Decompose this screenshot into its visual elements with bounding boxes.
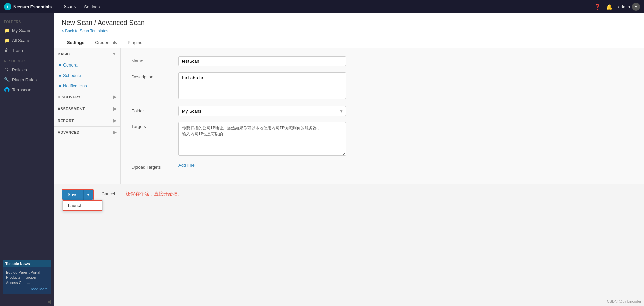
annotation-text: 还保存个啥，直接开始吧。 <box>126 189 182 197</box>
section-item-schedule[interactable]: Schedule <box>54 70 120 81</box>
resources-label: RESOURCES <box>0 55 54 64</box>
dot-icon <box>59 75 61 77</box>
folder-icon: 📁 <box>4 28 9 33</box>
folder-label: Folder <box>131 106 178 113</box>
section-advanced-header[interactable]: ADVANCED ▶ <box>54 127 120 138</box>
targets-textarea[interactable] <box>178 122 346 156</box>
form-row-description: Description <box>131 72 633 100</box>
section-assessment: ASSESSMENT ▶ <box>54 103 120 115</box>
page-title: New Scan / Advanced Scan <box>62 19 636 27</box>
form-row-upload: Upload Targets Add File <box>131 163 633 170</box>
watermark: CSDN @binbincoder <box>607 299 641 303</box>
section-basic-label: BASIC <box>58 52 70 56</box>
form-row-name: Name <box>131 56 633 66</box>
top-navigation: t Nessus Essentials Scans Settings ❓ 🔔 a… <box>0 0 644 13</box>
wrench-icon: 🔧 <box>4 77 9 82</box>
news-body: Edulog Parent Portal Products Improper A… <box>6 270 48 286</box>
sidebar-item-plugin-rules[interactable]: 🔧 Plugin Rules <box>0 75 54 85</box>
name-control <box>178 56 346 66</box>
sidebar-item-policies[interactable]: 🛡 Policies <box>0 64 54 75</box>
right-form: Name Description Folder <box>121 48 644 184</box>
content-area: New Scan / Advanced Scan < Back to Scan … <box>54 13 644 306</box>
sidebar-item-my-scans[interactable]: 📁 My Scans <box>0 25 54 35</box>
section-discovery-header[interactable]: DISCOVERY ▶ <box>54 91 120 103</box>
description-textarea[interactable] <box>178 72 346 99</box>
folder-select[interactable]: My Scans All Scans <box>178 106 346 116</box>
section-discovery-label: DISCOVERY <box>58 95 81 99</box>
item-label: Notifications <box>63 83 87 88</box>
admin-label: admin <box>618 4 630 9</box>
tab-settings[interactable]: Settings <box>62 37 90 48</box>
folder-icon: 📁 <box>4 38 9 43</box>
cancel-button[interactable]: Cancel <box>98 189 119 199</box>
news-read-more-link[interactable]: Read More <box>30 287 48 291</box>
sidebar-item-label: Terrascan <box>12 87 31 92</box>
dot-icon <box>59 64 61 66</box>
globe-icon: 🌐 <box>4 87 9 92</box>
folder-select-wrapper: My Scans All Scans ▼ <box>178 106 346 116</box>
section-assessment-header[interactable]: ASSESSMENT ▶ <box>54 103 120 115</box>
save-button[interactable]: Save <box>62 190 83 200</box>
section-item-notifications[interactable]: Notifications <box>54 81 120 91</box>
bottom-bar: Save ▼ Launch Cancel 还保存个啥，直接开始吧。 <box>54 184 644 206</box>
tab-credentials[interactable]: Credentials <box>90 37 122 48</box>
section-basic: BASIC ▼ General Schedule Notifications <box>54 48 120 91</box>
chevron-down-icon: ▼ <box>86 192 90 197</box>
admin-area[interactable]: admin A <box>618 3 640 11</box>
page-tabs: Settings Credentials Plugins <box>62 37 636 48</box>
breadcrumb-link[interactable]: < Back to Scan Templates <box>62 29 636 33</box>
form-container: BASIC ▼ General Schedule Notifications <box>54 48 644 184</box>
chevron-right-icon: ▶ <box>113 118 117 123</box>
main-layout: FOLDERS 📁 My Scans 📁 All Scans 🗑 Trash R… <box>0 13 644 306</box>
nav-settings[interactable]: Settings <box>80 0 104 13</box>
shield-icon: 🛡 <box>4 67 9 72</box>
item-label: General <box>63 62 78 68</box>
save-dropdown-button[interactable]: ▼ <box>83 190 93 200</box>
sidebar-item-label: My Scans <box>12 28 31 33</box>
form-row-targets: Targets <box>131 122 633 157</box>
nav-icons-area: ❓ 🔔 admin A <box>594 3 640 11</box>
description-control <box>178 72 346 100</box>
section-report: REPORT ▶ <box>54 115 120 127</box>
description-label: Description <box>131 72 178 79</box>
section-advanced-label: ADVANCED <box>58 130 80 134</box>
notifications-icon[interactable]: 🔔 <box>606 4 613 10</box>
sidebar-item-terrascan[interactable]: 🌐 Terrascan <box>0 85 54 95</box>
sidebar-item-all-scans[interactable]: 📁 All Scans <box>0 35 54 45</box>
sidebar-item-trash[interactable]: 🗑 Trash <box>0 45 54 55</box>
upload-label: Upload Targets <box>131 163 178 170</box>
section-item-general[interactable]: General <box>54 60 120 70</box>
launch-popup: Launch <box>62 200 103 211</box>
tenable-news-widget: Tenable News Edulog Parent Portal Produc… <box>3 260 51 294</box>
save-button-group: Save ▼ Launch <box>62 189 94 200</box>
page-header: New Scan / Advanced Scan < Back to Scan … <box>54 13 644 48</box>
dot-icon <box>59 85 61 87</box>
section-discovery: DISCOVERY ▶ <box>54 91 120 103</box>
nav-scans[interactable]: Scans <box>60 0 80 13</box>
tab-plugins[interactable]: Plugins <box>122 37 148 48</box>
upload-control: Add File <box>178 163 346 168</box>
section-report-header[interactable]: REPORT ▶ <box>54 115 120 126</box>
sidebar-item-label: All Scans <box>12 38 30 43</box>
folder-control: My Scans All Scans ▼ <box>178 106 346 116</box>
admin-avatar: A <box>632 3 640 11</box>
news-title: Tenable News <box>3 260 51 267</box>
section-basic-header[interactable]: BASIC ▼ <box>54 48 120 60</box>
targets-label: Targets <box>131 122 178 129</box>
chevron-right-icon: ▶ <box>113 95 117 99</box>
sidebar-collapse-button[interactable]: ◀ <box>0 297 54 306</box>
targets-control <box>178 122 346 157</box>
chevron-right-icon: ▶ <box>113 106 117 111</box>
item-label: Schedule <box>63 73 81 78</box>
chevron-right-icon: ▶ <box>113 130 117 135</box>
sidebar-item-label: Plugin Rules <box>12 77 37 82</box>
add-file-link[interactable]: Add File <box>178 163 195 168</box>
chevron-down-icon: ▼ <box>112 52 116 56</box>
help-icon[interactable]: ❓ <box>594 4 601 10</box>
form-row-folder: Folder My Scans All Scans ▼ <box>131 106 633 116</box>
logo-icon: t <box>4 3 11 10</box>
launch-button[interactable]: Launch <box>63 200 102 211</box>
name-input[interactable] <box>178 56 346 66</box>
section-advanced: ADVANCED ▶ <box>54 127 120 138</box>
sidebar-item-label: Trash <box>12 48 23 53</box>
